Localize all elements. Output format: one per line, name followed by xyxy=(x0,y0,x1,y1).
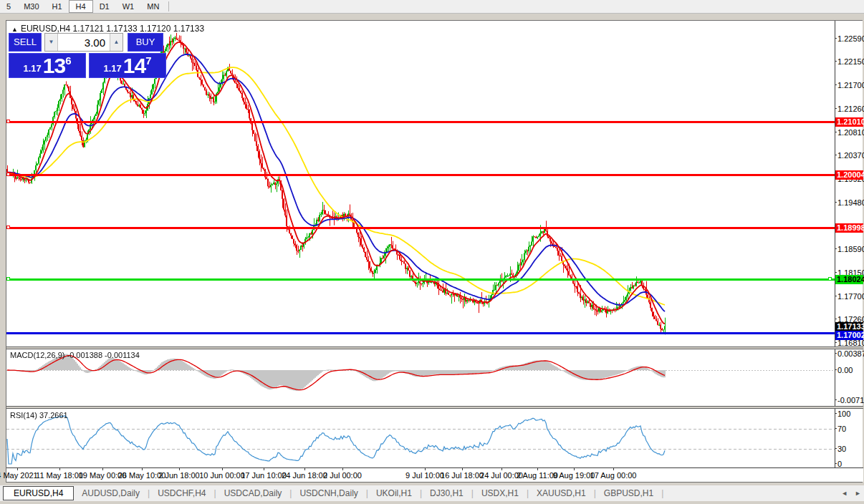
time-axis-tick xyxy=(102,468,103,470)
time-axis-tick xyxy=(574,468,575,470)
axis-tick-label: 1.19480 xyxy=(837,198,864,207)
chart-tab-xauusd[interactable]: XAUUSD,H1 xyxy=(529,486,594,500)
chart-tab-usdchf[interactable]: USDCHF,H4 xyxy=(150,486,213,500)
axis-tick-label: 100 xyxy=(837,410,850,418)
axis-tick-label: 70 xyxy=(837,425,846,433)
axis-tick-label: 30 xyxy=(837,445,846,453)
time-axis-label: 4 May 2021 xyxy=(0,471,38,480)
collapse-arrow-icon[interactable]: ▲ xyxy=(11,26,18,33)
volume-increase-button[interactable]: ▲ xyxy=(110,34,123,51)
tab-scroll-left-button[interactable]: ◄ xyxy=(841,488,848,498)
buy-price-display[interactable]: 1.17 14 7 xyxy=(89,53,166,78)
price-level-badge: 1.21010 xyxy=(835,117,863,127)
axis-tick-label: 0.00 xyxy=(837,366,853,374)
line-anchor-handle[interactable] xyxy=(6,173,10,176)
chart-tab-usdcad[interactable]: USDCAD,Daily xyxy=(216,486,290,500)
macd-pane-splitter[interactable] xyxy=(6,346,863,349)
sell-price-display[interactable]: 1.17 13 6 xyxy=(9,53,86,78)
timeframe-toolbar: 5M30H1H4D1W1MN xyxy=(0,0,864,14)
time-axis-tick xyxy=(613,468,614,470)
time-axis-tick xyxy=(304,468,305,470)
price-level-badge: 1.18024 xyxy=(835,275,863,284)
line-anchor-handle[interactable] xyxy=(6,277,10,281)
macd-indicator-label: MACD(12,26,9) -0.001388 -0.001134 xyxy=(10,351,140,359)
time-axis-label: 17 Aug 00:00 xyxy=(590,471,637,480)
timeframe-button-mn[interactable]: MN xyxy=(140,0,165,13)
sell-price-pip: 6 xyxy=(65,55,71,66)
line-anchor-handle[interactable] xyxy=(6,226,10,229)
volume-decrease-button[interactable]: ▼ xyxy=(45,34,58,51)
time-axis-tick xyxy=(59,468,60,470)
sell-price-prefix: 1.17 xyxy=(23,61,41,77)
one-click-trade-panel: SELL ▼ ▲ BUY 1.17 13 6 1.17 14 7 xyxy=(9,33,166,78)
buy-button[interactable]: BUY xyxy=(128,33,163,52)
horizontal-line-1.18998[interactable] xyxy=(6,227,835,229)
time-axis-tick xyxy=(342,468,343,470)
time-axis-label: 17 Jun 10:00 xyxy=(241,471,287,480)
chart-window: ▲EURUSD,H4 1.17121 1.17133 1.17120 1.171… xyxy=(6,20,863,483)
horizontal-line-1.18024[interactable] xyxy=(6,278,835,281)
time-axis: 4 May 202111 May 18:0019 May 00:0026 May… xyxy=(6,467,863,482)
axis-tick-label: -0.00719 xyxy=(837,396,864,404)
chart-tab-eurusd[interactable]: EURUSD,H4 xyxy=(3,486,74,500)
price-level-badge: 1.20004 xyxy=(835,170,863,180)
chart-title: ▲EURUSD,H4 1.17121 1.17133 1.17120 1.171… xyxy=(11,24,204,34)
time-axis-tick xyxy=(17,468,18,470)
time-axis-tick xyxy=(462,468,463,470)
time-axis-tick xyxy=(142,468,143,470)
axis-tick-label: 1.22150 xyxy=(837,57,864,66)
sell-button[interactable]: SELL xyxy=(9,33,42,52)
timeframe-button-d1[interactable]: D1 xyxy=(93,0,116,13)
price-level-badge: 1.18998 xyxy=(835,223,863,233)
line-anchor-handle[interactable] xyxy=(6,120,10,123)
tab-separator: | xyxy=(661,488,663,498)
timeframe-button-w1[interactable]: W1 xyxy=(116,0,141,13)
time-axis-label: 2 Jun 18:00 xyxy=(158,471,200,480)
time-axis-tick xyxy=(425,468,426,470)
time-axis-label: 11 May 18:00 xyxy=(36,471,83,480)
chart-tab-usdcnh[interactable]: USDCNH,Daily xyxy=(292,486,365,500)
tab-scroll-controls: ◄► xyxy=(841,488,861,498)
chart-tab-audusd[interactable]: AUDUSD,Daily xyxy=(74,486,148,500)
axis-tick-label: 1.22590 xyxy=(837,34,864,43)
time-axis-label: 9 Jul 10:00 xyxy=(405,471,444,480)
candlestick-chart-canvas[interactable] xyxy=(6,21,835,467)
time-axis-label: 10 Jun 00:00 xyxy=(199,471,245,480)
chart-tab-ukoil[interactable]: UKOil,H1 xyxy=(368,486,420,500)
time-axis-label: 16 Jul 18:00 xyxy=(441,471,484,480)
timeframe-button-h4[interactable]: H4 xyxy=(69,0,93,13)
time-axis-label: 24 Jun 18:00 xyxy=(282,471,327,480)
horizontal-line-1.20004[interactable] xyxy=(6,174,835,176)
time-axis-label: 2 Jul 00:00 xyxy=(323,471,362,480)
horizontal-line-1.17002[interactable] xyxy=(6,332,835,334)
time-axis-tick xyxy=(264,468,264,470)
axis-tick-label: 0.003873 xyxy=(837,349,864,358)
timeframe-button-h1[interactable]: H1 xyxy=(46,0,69,13)
time-axis-label: 2 Aug 11:00 xyxy=(517,471,558,480)
axis-tick-label: 1.20370 xyxy=(837,151,864,160)
chart-tab-dj30[interactable]: DJ30,H1 xyxy=(422,486,471,500)
buy-price-big: 14 xyxy=(123,55,145,77)
chart-tab-gbpusd[interactable]: GBPUSD,H1 xyxy=(596,486,661,500)
time-axis-tick xyxy=(501,468,502,470)
rsi-pane-splitter[interactable] xyxy=(6,406,863,409)
buy-price-prefix: 1.17 xyxy=(103,61,121,77)
volume-input[interactable] xyxy=(58,34,110,51)
axis-tick-label: 1.18590 xyxy=(837,245,864,253)
price-axis: 1.225901.221501.217001.212601.208101.203… xyxy=(835,21,863,467)
line-anchor-handle[interactable] xyxy=(828,277,832,281)
time-axis-tick xyxy=(179,468,180,470)
sell-price-big: 13 xyxy=(43,55,65,77)
horizontal-line-1.2101[interactable] xyxy=(6,121,835,123)
chart-tab-usdx[interactable]: USDX,H1 xyxy=(474,486,527,500)
rsi-indicator-label: RSI(14) 37.2661 xyxy=(10,411,68,420)
tab-scroll-right-button[interactable]: ► xyxy=(855,488,861,498)
chart-tab-bar: EURUSD,H4AUDUSD,Daily|USDCHF,H4|USDCAD,D… xyxy=(0,485,864,501)
time-axis-label: 9 Aug 19:00 xyxy=(553,471,595,480)
price-level-badge: 1.17002 xyxy=(835,331,863,340)
timeframe-button-m30[interactable]: M30 xyxy=(17,0,45,13)
timeframe-button-5[interactable]: 5 xyxy=(0,0,17,13)
axis-tick-label: 1.20810 xyxy=(837,128,864,137)
axis-tick-label: 1.17700 xyxy=(837,292,864,301)
buy-price-pip: 7 xyxy=(145,55,151,66)
